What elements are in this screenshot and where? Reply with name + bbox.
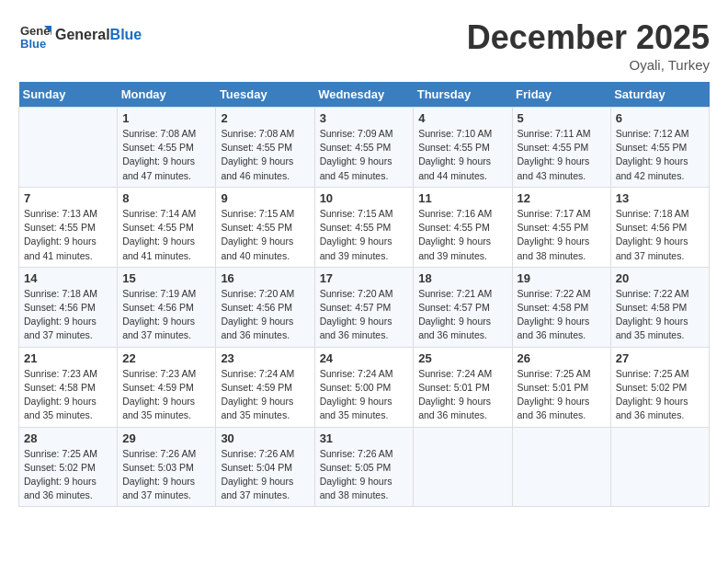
calendar-week-3: 14Sunrise: 7:18 AM Sunset: 4:56 PM Dayli…	[19, 267, 710, 347]
calendar-week-5: 28Sunrise: 7:25 AM Sunset: 5:02 PM Dayli…	[19, 427, 710, 507]
calendar-cell: 4Sunrise: 7:10 AM Sunset: 4:55 PM Daylig…	[414, 108, 512, 188]
calendar-cell: 15Sunrise: 7:19 AM Sunset: 4:56 PM Dayli…	[118, 267, 216, 347]
calendar-cell: 25Sunrise: 7:24 AM Sunset: 5:01 PM Dayli…	[414, 347, 512, 427]
calendar-cell: 23Sunrise: 7:24 AM Sunset: 4:59 PM Dayli…	[216, 347, 314, 427]
calendar-cell	[414, 427, 512, 507]
day-info: Sunrise: 7:14 AM Sunset: 4:55 PM Dayligh…	[122, 207, 210, 263]
day-info: Sunrise: 7:25 AM Sunset: 5:02 PM Dayligh…	[616, 367, 704, 423]
page-header: General Blue GeneralBlue December 2025 O…	[18, 18, 710, 73]
day-number: 14	[24, 271, 112, 285]
day-info: Sunrise: 7:20 AM Sunset: 4:56 PM Dayligh…	[221, 287, 309, 343]
day-info: Sunrise: 7:08 AM Sunset: 4:55 PM Dayligh…	[221, 127, 309, 183]
day-number: 19	[518, 271, 606, 285]
day-number: 3	[320, 111, 409, 125]
weekday-header-tuesday: Tuesday	[216, 82, 314, 108]
day-number: 9	[221, 191, 309, 205]
day-info: Sunrise: 7:23 AM Sunset: 4:58 PM Dayligh…	[24, 367, 112, 423]
calendar-cell: 13Sunrise: 7:18 AM Sunset: 4:56 PM Dayli…	[610, 187, 709, 267]
day-info: Sunrise: 7:25 AM Sunset: 5:01 PM Dayligh…	[518, 367, 606, 423]
calendar-cell	[512, 427, 610, 507]
calendar-cell: 5Sunrise: 7:11 AM Sunset: 4:55 PM Daylig…	[512, 108, 610, 188]
calendar-cell: 18Sunrise: 7:21 AM Sunset: 4:57 PM Dayli…	[414, 267, 512, 347]
day-info: Sunrise: 7:09 AM Sunset: 4:55 PM Dayligh…	[320, 127, 409, 183]
weekday-header-row: SundayMondayTuesdayWednesdayThursdayFrid…	[19, 82, 710, 108]
weekday-header-friday: Friday	[512, 82, 610, 108]
svg-text:Blue: Blue	[20, 37, 46, 51]
day-info: Sunrise: 7:24 AM Sunset: 4:59 PM Dayligh…	[221, 367, 309, 423]
location: Oyali, Turkey	[467, 57, 710, 73]
day-number: 29	[122, 431, 210, 445]
day-info: Sunrise: 7:23 AM Sunset: 4:59 PM Dayligh…	[122, 367, 210, 423]
day-number: 28	[24, 431, 112, 445]
calendar-cell: 6Sunrise: 7:12 AM Sunset: 4:55 PM Daylig…	[610, 108, 709, 188]
day-number: 10	[320, 191, 409, 205]
day-info: Sunrise: 7:19 AM Sunset: 4:56 PM Dayligh…	[122, 287, 210, 343]
day-number: 4	[418, 111, 506, 125]
day-info: Sunrise: 7:24 AM Sunset: 5:00 PM Dayligh…	[320, 367, 409, 423]
calendar-cell: 3Sunrise: 7:09 AM Sunset: 4:55 PM Daylig…	[314, 108, 414, 188]
day-info: Sunrise: 7:26 AM Sunset: 5:03 PM Dayligh…	[122, 447, 210, 503]
day-number: 21	[24, 351, 112, 365]
day-number: 5	[518, 111, 606, 125]
day-number: 6	[616, 111, 704, 125]
weekday-header-sunday: Sunday	[19, 82, 118, 108]
calendar-cell: 9Sunrise: 7:15 AM Sunset: 4:55 PM Daylig…	[216, 187, 314, 267]
calendar-cell	[610, 427, 709, 507]
calendar-cell: 7Sunrise: 7:13 AM Sunset: 4:55 PM Daylig…	[19, 187, 118, 267]
day-number: 26	[518, 351, 606, 365]
calendar-cell: 29Sunrise: 7:26 AM Sunset: 5:03 PM Dayli…	[118, 427, 216, 507]
calendar-week-2: 7Sunrise: 7:13 AM Sunset: 4:55 PM Daylig…	[19, 187, 710, 267]
day-info: Sunrise: 7:12 AM Sunset: 4:55 PM Dayligh…	[616, 127, 704, 183]
weekday-header-wednesday: Wednesday	[314, 82, 414, 108]
day-info: Sunrise: 7:22 AM Sunset: 4:58 PM Dayligh…	[518, 287, 606, 343]
day-number: 25	[418, 351, 506, 365]
calendar-cell: 10Sunrise: 7:15 AM Sunset: 4:55 PM Dayli…	[314, 187, 414, 267]
calendar-cell: 1Sunrise: 7:08 AM Sunset: 4:55 PM Daylig…	[118, 108, 216, 188]
day-info: Sunrise: 7:26 AM Sunset: 5:04 PM Dayligh…	[221, 447, 309, 503]
calendar-cell: 16Sunrise: 7:20 AM Sunset: 4:56 PM Dayli…	[216, 267, 314, 347]
title-block: December 2025 Oyali, Turkey	[467, 18, 710, 73]
calendar-cell: 20Sunrise: 7:22 AM Sunset: 4:58 PM Dayli…	[610, 267, 709, 347]
calendar-cell: 28Sunrise: 7:25 AM Sunset: 5:02 PM Dayli…	[19, 427, 118, 507]
day-info: Sunrise: 7:16 AM Sunset: 4:55 PM Dayligh…	[418, 207, 506, 263]
day-number: 15	[122, 271, 210, 285]
day-number: 1	[122, 111, 210, 125]
day-info: Sunrise: 7:25 AM Sunset: 5:02 PM Dayligh…	[24, 447, 112, 503]
day-number: 8	[122, 191, 210, 205]
day-info: Sunrise: 7:26 AM Sunset: 5:05 PM Dayligh…	[320, 447, 409, 503]
day-number: 20	[616, 271, 704, 285]
weekday-header-monday: Monday	[118, 82, 216, 108]
day-info: Sunrise: 7:15 AM Sunset: 4:55 PM Dayligh…	[221, 207, 309, 263]
day-number: 31	[320, 431, 409, 445]
calendar-cell: 2Sunrise: 7:08 AM Sunset: 4:55 PM Daylig…	[216, 108, 314, 188]
calendar-cell: 31Sunrise: 7:26 AM Sunset: 5:05 PM Dayli…	[314, 427, 414, 507]
day-info: Sunrise: 7:24 AM Sunset: 5:01 PM Dayligh…	[418, 367, 506, 423]
weekday-header-saturday: Saturday	[610, 82, 709, 108]
day-info: Sunrise: 7:11 AM Sunset: 4:55 PM Dayligh…	[518, 127, 606, 183]
day-number: 30	[221, 431, 309, 445]
calendar-table: SundayMondayTuesdayWednesdayThursdayFrid…	[18, 82, 710, 507]
day-info: Sunrise: 7:21 AM Sunset: 4:57 PM Dayligh…	[418, 287, 506, 343]
day-number: 11	[418, 191, 506, 205]
day-info: Sunrise: 7:08 AM Sunset: 4:55 PM Dayligh…	[122, 127, 210, 183]
calendar-cell: 19Sunrise: 7:22 AM Sunset: 4:58 PM Dayli…	[512, 267, 610, 347]
calendar-cell: 17Sunrise: 7:20 AM Sunset: 4:57 PM Dayli…	[314, 267, 414, 347]
day-number: 16	[221, 271, 309, 285]
day-number: 27	[616, 351, 704, 365]
day-number: 24	[320, 351, 409, 365]
calendar-cell: 22Sunrise: 7:23 AM Sunset: 4:59 PM Dayli…	[118, 347, 216, 427]
calendar-cell: 21Sunrise: 7:23 AM Sunset: 4:58 PM Dayli…	[19, 347, 118, 427]
calendar-cell: 8Sunrise: 7:14 AM Sunset: 4:55 PM Daylig…	[118, 187, 216, 267]
day-number: 23	[221, 351, 309, 365]
calendar-cell: 24Sunrise: 7:24 AM Sunset: 5:00 PM Dayli…	[314, 347, 414, 427]
day-info: Sunrise: 7:15 AM Sunset: 4:55 PM Dayligh…	[320, 207, 409, 263]
day-info: Sunrise: 7:17 AM Sunset: 4:55 PM Dayligh…	[518, 207, 606, 263]
day-info: Sunrise: 7:20 AM Sunset: 4:57 PM Dayligh…	[320, 287, 409, 343]
day-number: 17	[320, 271, 409, 285]
logo-icon: General Blue	[18, 18, 51, 52]
calendar-cell: 12Sunrise: 7:17 AM Sunset: 4:55 PM Dayli…	[512, 187, 610, 267]
weekday-header-thursday: Thursday	[414, 82, 512, 108]
day-number: 18	[418, 271, 506, 285]
day-number: 7	[24, 191, 112, 205]
day-info: Sunrise: 7:10 AM Sunset: 4:55 PM Dayligh…	[418, 127, 506, 183]
